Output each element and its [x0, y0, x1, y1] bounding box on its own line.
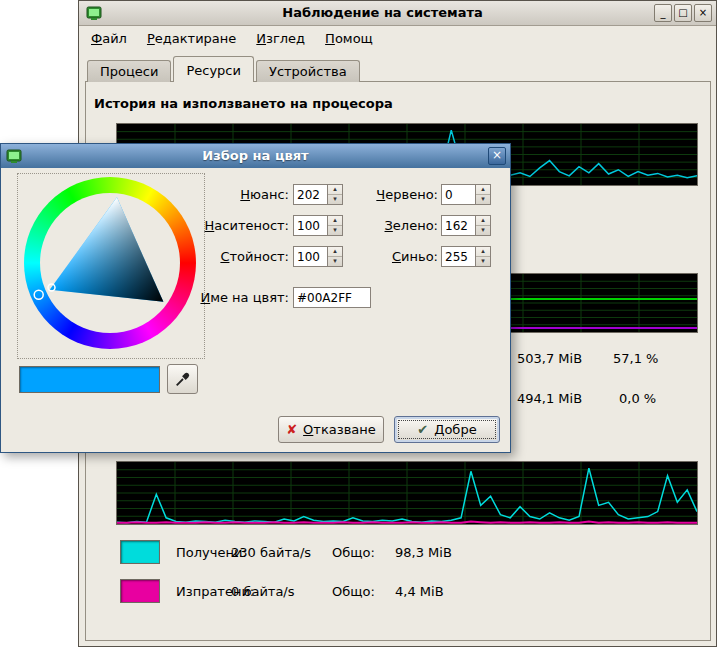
green-input[interactable] — [441, 215, 475, 236]
green-spin-up-icon[interactable]: ▴ — [476, 216, 490, 226]
color-name-input[interactable] — [293, 287, 371, 308]
cancel-x-icon: ✘ — [286, 423, 297, 436]
saturation-input[interactable] — [293, 215, 327, 236]
memory-amount: 503,7 MiB — [517, 351, 582, 366]
sent-rate: 0 байта/s — [231, 584, 295, 599]
color-preview — [19, 366, 160, 393]
close-icon[interactable]: × — [694, 4, 712, 22]
dialog-titlebar[interactable]: Избор на цвят × — [1, 144, 510, 168]
ok-check-icon: ✔ — [417, 423, 428, 436]
main-titlebar[interactable]: Наблюдение на системата _ □ × — [79, 1, 716, 26]
menu-view[interactable]: Изглед — [246, 26, 315, 52]
saturation-label: Наситеност: — [151, 215, 289, 236]
ok-button-label: Добре — [434, 422, 476, 437]
system-monitor-icon — [86, 5, 102, 21]
memory-percent: 57,1 % — [613, 351, 658, 366]
minimize-icon[interactable]: _ — [654, 4, 672, 22]
color-picker-dialog: Избор на цвят × — [0, 143, 511, 453]
blue-spinner: ▴▾ — [441, 246, 491, 267]
tab-resources[interactable]: Ресурси — [173, 56, 254, 82]
dialog-app-icon — [6, 148, 22, 164]
red-spin-down-icon[interactable]: ▾ — [476, 195, 490, 204]
eyedropper-button[interactable] — [167, 364, 198, 394]
green-spin-down-icon[interactable]: ▾ — [476, 226, 490, 235]
swap-amount: 494,1 MiB — [517, 391, 582, 406]
hue-marker[interactable] — [34, 290, 43, 299]
blue-input[interactable] — [441, 246, 475, 267]
blue-label: Синьо: — [331, 246, 438, 267]
value-label: Стойност: — [151, 246, 289, 267]
red-input[interactable] — [441, 184, 475, 205]
menu-edit[interactable]: Редактиране — [137, 26, 246, 52]
received-total: 98,3 MiB — [395, 545, 452, 560]
cancel-button[interactable]: ✘ Отказване — [278, 416, 384, 443]
red-label: Червено: — [331, 184, 438, 205]
received-total-label: Общо: — [332, 545, 375, 560]
sent-total: 4,4 MiB — [395, 584, 444, 599]
network-history-chart — [116, 461, 698, 525]
tab-processes[interactable]: Процеси — [87, 60, 171, 82]
sent-color-swatch[interactable] — [120, 579, 160, 603]
desktop: Наблюдение на системата _ □ × Файл Редак… — [0, 0, 717, 647]
cancel-button-label: Отказване — [303, 422, 376, 437]
maximize-icon[interactable]: □ — [674, 4, 692, 22]
main-window-title: Наблюдение на системата — [119, 5, 646, 20]
blue-spin-up-icon[interactable]: ▴ — [476, 247, 490, 257]
blue-spin-down-icon[interactable]: ▾ — [476, 257, 490, 266]
cpu-section-title: История на използването на процесора — [94, 96, 393, 111]
ok-button[interactable]: ✔ Добре — [394, 416, 500, 443]
dialog-close-icon[interactable]: × — [488, 147, 506, 165]
received-rate: 230 байта/s — [231, 545, 311, 560]
received-color-swatch[interactable] — [120, 540, 160, 564]
eyedropper-icon — [174, 370, 192, 388]
green-spinner: ▴▾ — [441, 215, 491, 236]
sent-total-label: Общо: — [332, 584, 375, 599]
hue-label: Нюанс: — [151, 184, 289, 205]
menu-file[interactable]: Файл — [81, 26, 137, 52]
green-label: Зелено: — [331, 215, 438, 236]
hue-input[interactable] — [293, 184, 327, 205]
color-name-label: Име на цвят: — [151, 287, 289, 308]
notebook-tabs: Процеси Ресурси Устройства — [87, 56, 362, 82]
red-spin-up-icon[interactable]: ▴ — [476, 185, 490, 195]
menubar: Файл Редактиране Изглед Помощ — [81, 26, 383, 52]
value-input[interactable] — [293, 246, 327, 267]
red-spinner: ▴▾ — [441, 184, 491, 205]
dialog-title: Избор на цвят — [31, 148, 480, 163]
menu-help[interactable]: Помощ — [315, 26, 383, 52]
tab-devices[interactable]: Устройства — [256, 60, 360, 82]
swap-percent: 0,0 % — [619, 391, 656, 406]
